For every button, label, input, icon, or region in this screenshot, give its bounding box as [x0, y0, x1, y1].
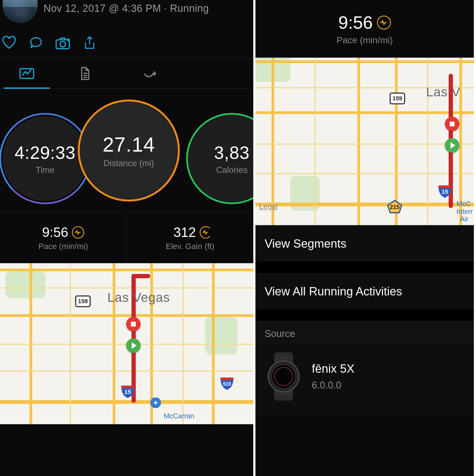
- calories-label: Calories: [216, 165, 247, 175]
- device-name: fēnix 5X: [312, 362, 354, 375]
- pulse-icon: [200, 226, 212, 239]
- view-all-activities-button[interactable]: View All Running Activities: [255, 273, 474, 310]
- view-segments-button[interactable]: View Segments: [255, 225, 474, 262]
- action-bar: [0, 23, 253, 58]
- avatar[interactable]: [3, 0, 38, 23]
- route-start-pin: [445, 138, 459, 153]
- route-end-pin: [126, 317, 141, 331]
- elev-label: Elev. Gain (ft): [166, 242, 214, 251]
- route-start-pin: [126, 338, 141, 353]
- distance-label: Distance (mi): [104, 158, 154, 168]
- elev-value: 312: [174, 225, 196, 240]
- i15-shield: 15: [121, 384, 135, 398]
- map-poi-mccarran: McCInterr Air: [456, 200, 473, 223]
- route-159-shield: 159: [75, 295, 91, 307]
- map-poi-mccarran: McCarran: [164, 412, 194, 420]
- camera-icon[interactable]: [55, 35, 70, 50]
- activity-subtitle: Nov 12, 2017 @ 4:36 PM · Running: [38, 0, 209, 14]
- pace-value: 9:56: [338, 12, 373, 33]
- device-version: 6.0.0.0: [312, 380, 354, 391]
- pace-summary[interactable]: 9:56 Pace (min/mi): [255, 0, 474, 58]
- stat-elev[interactable]: 312 Elev. Gain (ft): [127, 212, 254, 263]
- ring-time[interactable]: 4:29:33 Time: [0, 113, 91, 204]
- i515-shield: 515: [220, 376, 234, 390]
- pulse-icon: [377, 16, 391, 30]
- source-section-header: Source: [255, 321, 474, 344]
- pace-value: 9:56: [42, 225, 68, 240]
- i15-shield: 15: [438, 184, 452, 198]
- source-device-row[interactable]: fēnix 5X 6.0.0.0: [255, 344, 474, 417]
- stat-row: 9:56 Pace (min/mi) 312 Elev. Gain (ft): [0, 212, 253, 263]
- airport-icon: [150, 397, 161, 408]
- activity-header: Nov 12, 2017 @ 4:36 PM · Running: [0, 0, 253, 23]
- watch-icon: [263, 352, 304, 401]
- tab-laps[interactable]: [115, 58, 185, 89]
- view-all-activities-label: View All Running Activities: [265, 285, 402, 298]
- tab-stats[interactable]: [54, 58, 115, 89]
- share-icon[interactable]: [82, 35, 97, 50]
- map-legal-link[interactable]: Legal: [259, 202, 278, 211]
- map-city-label: Las V: [426, 85, 460, 99]
- route-215-shield: 215: [387, 200, 402, 213]
- comment-icon[interactable]: [28, 35, 43, 50]
- time-value: 4:29:33: [14, 142, 75, 163]
- like-icon[interactable]: [2, 35, 17, 50]
- metric-rings: 4:29:33 Time 3,83 Calories 27.14 Distanc…: [0, 89, 253, 212]
- route-end-pin: [445, 117, 459, 131]
- map-city-label: Las Vegas: [107, 290, 170, 305]
- stat-pace[interactable]: 9:56 Pace (min/mi): [0, 212, 127, 263]
- list-separator: [255, 310, 474, 321]
- activity-detail-screen: Nov 12, 2017 @ 4:36 PM · Running 4:29:33…: [0, 0, 255, 476]
- calories-value: 3,83: [214, 142, 250, 163]
- ring-calories[interactable]: 3,83 Calories: [186, 113, 253, 204]
- svg-point-1: [60, 42, 65, 47]
- tab-bar: [0, 58, 253, 89]
- pulse-icon: [72, 226, 84, 239]
- route-159-shield: 159: [390, 93, 405, 104]
- route-map[interactable]: Las V 159 15 215 Legal McCInterr Air: [255, 58, 474, 225]
- pace-label: Pace (min/mi): [38, 242, 88, 251]
- tab-overview[interactable]: [0, 58, 54, 89]
- time-label: Time: [36, 165, 54, 175]
- distance-value: 27.14: [102, 133, 155, 156]
- activity-detail-screen-b: 9:56 Pace (min/mi) Las V 159 15 215: [255, 0, 474, 476]
- pace-label: Pace (min/mi): [336, 35, 393, 45]
- route-map[interactable]: Las Vegas 159 15 515 McCarran: [0, 263, 253, 424]
- list-separator: [255, 262, 474, 273]
- view-segments-label: View Segments: [265, 237, 346, 250]
- ring-distance[interactable]: 27.14 Distance (mi): [78, 100, 180, 202]
